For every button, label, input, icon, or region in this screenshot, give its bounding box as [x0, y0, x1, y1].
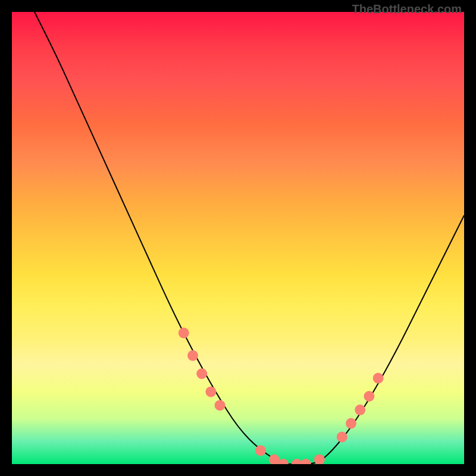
highlight-dot — [178, 328, 189, 339]
chart-plot-area — [12, 12, 464, 464]
marker-group — [178, 328, 384, 464]
chart-svg — [12, 12, 464, 464]
highlight-dot — [255, 445, 266, 456]
curve-group — [35, 12, 464, 464]
highlight-dot — [314, 454, 325, 464]
highlight-dot — [187, 350, 198, 361]
highlight-dot — [373, 373, 384, 384]
bottleneck-curve — [35, 12, 464, 464]
highlight-dot — [215, 400, 226, 411]
highlight-dot — [300, 459, 311, 464]
highlight-dot — [269, 454, 280, 464]
highlight-dot — [364, 391, 374, 402]
highlight-dot — [337, 431, 347, 442]
highlight-dot — [346, 418, 356, 429]
highlight-dot — [355, 405, 365, 415]
highlight-dot — [196, 368, 207, 379]
watermark-text: TheBottleneck.com — [352, 2, 462, 16]
highlight-dot — [205, 386, 216, 397]
highlight-dot — [278, 459, 289, 464]
highlight-dot — [292, 459, 302, 464]
